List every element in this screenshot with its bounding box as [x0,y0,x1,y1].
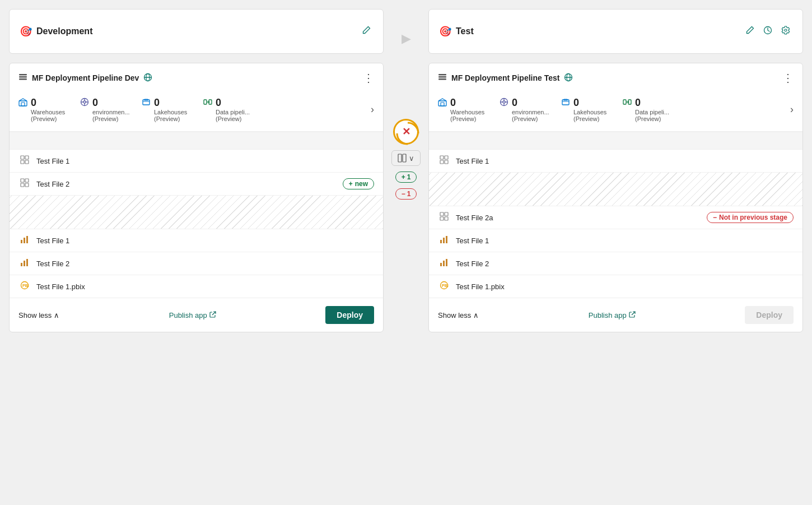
test-stat-warehouses-count: 0 [438,97,456,109]
test-lakehouses-sublabel: (Preview) [573,115,599,122]
test-stat-lakehouses-count: 0 [561,97,579,109]
svg-line-36 [212,312,216,315]
svg-rect-57 [623,100,626,104]
svg-rect-7 [21,103,25,106]
test-pipelines-count: 0 [635,97,641,109]
test-env-label: environmen... [512,109,549,115]
test-file-name-5: Test File 1.pbix [456,282,794,291]
test-edit-button[interactable] [743,25,757,38]
dev-pipeline-menu-button[interactable]: ⋮ [363,71,374,85]
compare-button[interactable]: ∨ [391,150,421,166]
dev-stat-warehouses-count: 0 [18,97,36,109]
test-warehouses-count: 0 [450,97,456,109]
test-env-icon [500,98,508,109]
test-stats-row: 0 Warehouses (Preview) [429,92,802,132]
dev-deploy-label: Deploy [337,311,363,319]
test-file-name-2a: Test File 2a [456,214,701,222]
svg-rect-26 [21,183,24,187]
dev-show-less-button[interactable]: Show less ∧ [18,311,59,319]
warehouse-icon [18,98,27,109]
dev-file-list: Test File 1 Test File 2 + [10,150,383,298]
dev-file-item-4: Test File 2 [10,252,383,275]
test-deploy-button[interactable]: Deploy [745,306,794,324]
svg-rect-74 [446,259,447,266]
svg-line-77 [632,312,635,315]
svg-rect-25 [25,179,29,182]
test-not-previous-badge: − Not in previous stage [707,212,794,223]
svg-rect-64 [445,160,448,164]
test-pipeline-name: MF Deployment Pipeline Test [451,73,559,82]
svg-rect-62 [445,156,448,159]
dev-publish-app-label: Publish app [169,311,207,319]
dev-stage-title: Development [36,26,92,36]
test-warehouses-label: Warehouses [450,109,484,115]
svg-rect-43 [438,78,446,80]
test-datapipeline-icon [623,98,632,109]
test-show-less-button[interactable]: Show less ∧ [438,311,479,319]
svg-rect-66 [445,212,448,216]
dev-column: 🎯 Development [9,9,384,332]
dp-svg [203,98,212,106]
svg-rect-29 [24,238,25,243]
lake-svg [142,98,151,106]
grid-icon-2 [18,178,31,189]
dev-publish-app-link[interactable]: Publish app [169,311,216,319]
dev-edit-button[interactable] [360,25,373,38]
dev-lakehouses-count: 0 [154,97,160,109]
dev-network-svg [143,73,152,82]
pbix-svg-1: PBI [20,281,29,290]
svg-rect-1 [19,76,27,78]
test-pipeline-menu-button[interactable]: ⋮ [782,71,794,85]
svg-rect-28 [21,240,22,243]
dev-card-footer: Show less ∧ Publish app Deploy [10,298,383,332]
svg-rect-38 [403,154,406,162]
svg-point-40 [785,29,787,31]
test-stage-header: 🎯 Test [428,9,803,54]
test-column: 🎯 Test [428,9,803,332]
svg-rect-23 [25,160,29,164]
dev-pipelines-sublabel: (Preview) [216,115,241,122]
middle-connector: ▶ ✕ ∨ + 1 [384,9,428,200]
svg-rect-0 [19,74,27,76]
test-stats-arrow[interactable]: › [790,104,794,115]
svg-rect-68 [445,217,448,220]
svg-rect-33 [26,259,28,266]
svg-rect-32 [24,261,25,266]
svg-rect-31 [21,263,22,266]
svg-rect-6 [19,101,27,106]
test-publish-app-link[interactable]: Publish app [589,311,636,319]
svg-rect-16 [204,100,207,104]
dev-file-item-1: Test File 1 [10,150,383,173]
test-grid-icon-1 [438,155,450,166]
test-grid-svg-2a [440,212,449,221]
dev-pipeline-icon [18,72,27,84]
svg-rect-61 [440,156,444,159]
test-show-less-label: Show less [438,311,471,319]
test-lakehouse-icon [561,98,570,109]
test-settings-button[interactable] [779,25,792,38]
dev-stats-arrow[interactable]: › [371,104,374,115]
diff-remove-badge: − 1 [395,188,417,200]
dev-env-count: 0 [92,97,98,109]
dev-file-name-1: Test File 1 [36,157,374,165]
svg-point-9 [83,101,86,103]
dev-deploy-button[interactable]: Deploy [325,306,374,324]
sync-ring-svg [395,121,421,146]
test-lake-svg [561,98,570,106]
svg-rect-65 [440,212,444,216]
test-pipeline-card: MF Deployment Pipeline Test ⋮ [428,63,803,332]
dev-env-label: environmen... [92,109,130,115]
dev-pipeline-header: MF Deployment Pipeline Dev ⋮ [10,63,383,92]
dev-warehouses-sublabel: (Preview) [31,115,57,122]
test-history-button[interactable] [761,25,774,38]
bar-svg-2 [20,258,29,267]
test-pipeline-svg [438,72,447,81]
test-warehouses-sublabel: (Preview) [450,115,476,122]
grid-svg-1 [20,155,29,164]
dev-new-badge-label: new [355,180,368,188]
diff-minus-icon: − [402,190,405,198]
dev-edit-icon [362,26,371,35]
sync-status-icon: ✕ [393,119,419,145]
dev-lakehouses-sublabel: (Preview) [154,115,180,122]
dev-show-less-label: Show less [18,311,52,319]
